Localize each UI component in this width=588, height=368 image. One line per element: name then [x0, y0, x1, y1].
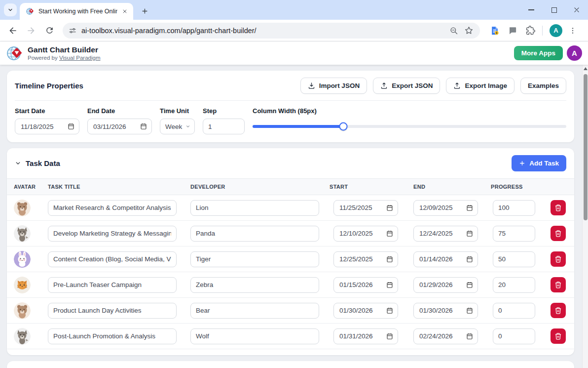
column-width-slider[interactable] [253, 119, 566, 134]
calendar-icon[interactable] [386, 230, 393, 237]
start-date-input[interactable] [15, 119, 79, 134]
calendar-icon[interactable] [466, 333, 473, 340]
developer-input[interactable] [190, 226, 319, 242]
progress-input[interactable] [493, 328, 535, 344]
task-title-input[interactable] [48, 251, 177, 267]
start-date-value[interactable] [20, 123, 68, 131]
developer-input[interactable] [190, 277, 319, 293]
zoom-indicator-button[interactable] [447, 24, 460, 37]
page-scrollbar[interactable] [582, 65, 588, 368]
end-date-input[interactable] [413, 251, 478, 267]
reload-button[interactable] [42, 24, 56, 38]
add-task-button[interactable]: Add Task [512, 155, 566, 171]
calendar-icon[interactable] [386, 204, 393, 211]
delete-task-button[interactable] [551, 200, 566, 215]
calendar-icon[interactable] [386, 282, 393, 288]
forward-button[interactable] [24, 24, 38, 38]
progress-input[interactable] [493, 226, 535, 242]
progress-input[interactable] [493, 251, 535, 267]
chat-extension-button[interactable] [506, 24, 519, 38]
calendar-icon[interactable] [466, 307, 473, 314]
maximize-button[interactable] [543, 0, 565, 20]
scrollbar-thumb[interactable] [584, 74, 588, 220]
browser-profile-avatar[interactable]: A [550, 24, 562, 37]
delete-task-button[interactable] [551, 303, 566, 318]
minimize-button[interactable] [520, 0, 543, 20]
calendar-icon[interactable] [140, 123, 147, 130]
task-title-input[interactable] [48, 226, 177, 242]
delete-task-button[interactable] [551, 328, 566, 344]
delete-task-button[interactable] [551, 226, 566, 241]
new-tab-button[interactable] [138, 4, 151, 17]
visual-paradigm-link[interactable]: Visual Paradigm [59, 55, 101, 61]
start-date-input[interactable] [333, 328, 398, 344]
tab-close-icon[interactable] [120, 7, 129, 16]
browser-menu-button[interactable] [566, 24, 579, 37]
task-title-input[interactable] [48, 200, 177, 216]
end-date-input[interactable] [413, 277, 478, 293]
start-date-value[interactable] [338, 281, 386, 289]
back-button[interactable] [6, 24, 20, 38]
export-json-button[interactable]: Export JSON [373, 78, 440, 94]
more-apps-button[interactable]: More Apps [514, 46, 563, 60]
progress-input[interactable] [493, 277, 535, 293]
user-avatar[interactable]: A [567, 45, 582, 61]
end-date-input[interactable] [413, 200, 478, 216]
delete-task-button[interactable] [551, 277, 566, 292]
end-date-value[interactable] [418, 255, 466, 263]
browser-tab[interactable]: Start Working with Free Online [20, 3, 133, 20]
developer-input[interactable] [190, 251, 319, 267]
task-title-input[interactable] [48, 303, 177, 319]
extension-docs-button[interactable] [488, 24, 502, 38]
site-settings-icon[interactable] [69, 27, 76, 35]
address-bar[interactable]: ai-toolbox.visual-paradigm.com/app/gantt… [63, 23, 480, 39]
end-date-value[interactable] [92, 123, 140, 131]
examples-button[interactable]: Examples [520, 78, 566, 94]
progress-input[interactable] [493, 303, 535, 319]
end-date-value[interactable] [418, 229, 466, 238]
column-width-thumb[interactable] [339, 123, 348, 131]
step-input[interactable] [203, 119, 245, 134]
import-json-button[interactable]: Import JSON [300, 78, 368, 94]
calendar-icon[interactable] [466, 230, 473, 237]
end-date-value[interactable] [418, 281, 466, 289]
task-title-input[interactable] [48, 328, 177, 344]
progress-input[interactable] [493, 200, 535, 216]
developer-input[interactable] [190, 303, 319, 319]
bookmark-button[interactable] [462, 24, 475, 37]
time-unit-select[interactable]: Week [160, 119, 195, 134]
developer-input[interactable] [190, 200, 319, 216]
developer-input[interactable] [190, 328, 319, 344]
end-date-input[interactable] [413, 226, 478, 242]
calendar-icon[interactable] [386, 307, 393, 314]
start-date-input[interactable] [333, 251, 398, 267]
calendar-icon[interactable] [386, 256, 393, 263]
start-date-input[interactable] [333, 277, 398, 293]
end-date-input[interactable] [87, 119, 152, 134]
start-date-input[interactable] [333, 303, 398, 319]
end-date-value[interactable] [418, 332, 466, 340]
task-data-collapse-toggle[interactable]: Task Data [15, 159, 60, 167]
start-date-value[interactable] [338, 229, 386, 238]
start-date-input[interactable] [333, 200, 398, 216]
calendar-icon[interactable] [466, 282, 473, 288]
close-button[interactable] [565, 0, 588, 20]
start-date-value[interactable] [338, 255, 386, 263]
calendar-icon[interactable] [68, 123, 74, 130]
calendar-icon[interactable] [386, 333, 393, 340]
start-date-input[interactable] [333, 226, 398, 242]
slider-track[interactable] [253, 125, 566, 128]
task-title-input[interactable] [48, 277, 177, 293]
start-date-value[interactable] [338, 306, 386, 315]
export-image-button[interactable]: Export Image [446, 78, 514, 94]
end-date-input[interactable] [413, 303, 478, 319]
end-date-value[interactable] [418, 306, 466, 315]
end-date-input[interactable] [413, 328, 478, 344]
extensions-button[interactable] [523, 24, 537, 38]
scrollbar-up-arrow-icon[interactable] [583, 65, 588, 72]
start-date-value[interactable] [338, 204, 386, 212]
calendar-icon[interactable] [466, 256, 473, 263]
delete-task-button[interactable] [551, 251, 566, 267]
calendar-icon[interactable] [466, 204, 473, 211]
tab-search-button[interactable] [4, 3, 17, 16]
